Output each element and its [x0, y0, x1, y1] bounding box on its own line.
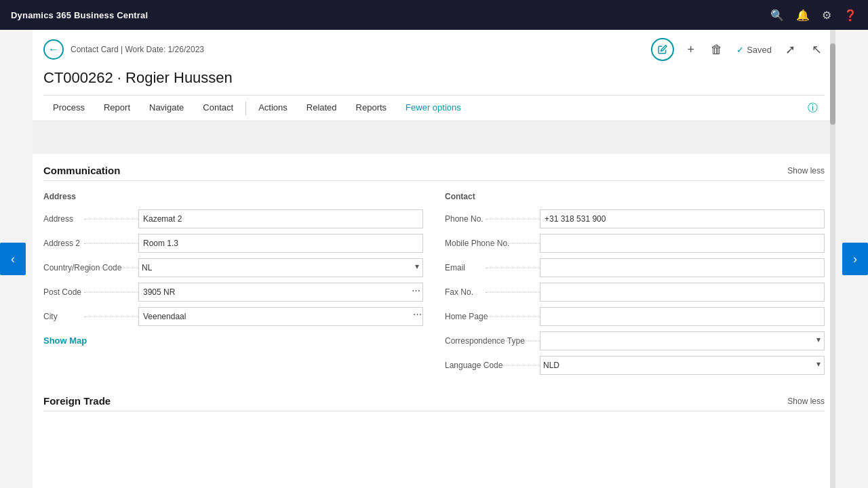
postcode-dots-button[interactable]: ⋯	[410, 285, 422, 296]
topbar: Dynamics 365 Business Central 🔍 🔔 ⚙ ❓	[0, 0, 868, 30]
address-label: Address	[43, 214, 138, 224]
foreign-trade-title: Foreign Trade	[43, 395, 111, 407]
city-dots-button[interactable]: ⋯	[413, 309, 422, 319]
correspondence-select[interactable]	[540, 331, 825, 350]
scroll-thumb[interactable]	[830, 43, 835, 125]
next-arrow[interactable]: ›	[842, 243, 868, 275]
communication-section-header: Communication Show less	[43, 165, 825, 181]
mobile-field-row: Mobile Phone No.	[445, 232, 825, 254]
address2-label: Address 2	[43, 239, 138, 248]
fax-label: Fax No.	[445, 287, 540, 297]
city-value: ⋯	[138, 307, 423, 326]
address-column: Address Address Address 2	[43, 192, 423, 379]
collapsed-section-bar	[33, 121, 835, 154]
header-actions: + 🗑 ✓ Saved ➚ ↖	[651, 38, 825, 61]
phone-input[interactable]	[540, 209, 825, 228]
city-label: City	[43, 312, 138, 321]
breadcrumb-left: ← Contact Card | Work Date: 1/26/2023	[43, 39, 204, 60]
app-title: Dynamics 365 Business Central	[11, 10, 148, 20]
check-icon: ✓	[736, 45, 744, 55]
fax-value	[540, 283, 825, 302]
tab-nav: Process Report Navigate Contact Actions …	[43, 95, 825, 121]
main-content: ← Contact Card | Work Date: 1/26/2023 + …	[33, 30, 835, 488]
tab-actions[interactable]: Actions	[249, 96, 297, 121]
add-button[interactable]: +	[685, 41, 698, 58]
address-group-title: Address	[43, 192, 423, 201]
record-title: CT000262 · Rogier Huussen	[43, 66, 825, 95]
scroll-indicator	[830, 30, 835, 488]
address2-input[interactable]	[138, 234, 423, 253]
show-less-button[interactable]: Show less	[787, 166, 825, 176]
phone-label: Phone No.	[445, 214, 540, 224]
fax-input[interactable]	[540, 283, 825, 302]
tab-report[interactable]: Report	[94, 96, 140, 121]
phone-field-row: Phone No.	[445, 208, 825, 230]
postcode-field-row: Post Code ⋯	[43, 281, 423, 303]
tab-related[interactable]: Related	[297, 96, 347, 121]
fax-field-row: Fax No.	[445, 281, 825, 303]
topbar-left: Dynamics 365 Business Central	[11, 10, 148, 20]
page-wrapper: ‹ ← Contact Card | Work Date: 1/26/2023	[0, 30, 868, 488]
phone-value	[540, 209, 825, 228]
city-input[interactable]	[138, 307, 423, 326]
prev-arrow[interactable]: ‹	[0, 243, 26, 275]
collapse-icon[interactable]: ↖	[809, 41, 825, 58]
mobile-label: Mobile Phone No.	[445, 239, 540, 248]
settings-icon[interactable]: ⚙	[822, 9, 831, 22]
address-field-row: Address	[43, 208, 423, 230]
country-select[interactable]: NL	[138, 258, 423, 277]
city-field-row: City ⋯	[43, 306, 423, 327]
topbar-icons: 🔍 🔔 ⚙ ❓	[770, 9, 857, 22]
correspondence-label: Correspondence Type	[445, 336, 540, 346]
language-select[interactable]: NLD	[540, 356, 825, 375]
breadcrumb-row: ← Contact Card | Work Date: 1/26/2023 + …	[43, 38, 825, 61]
homepage-input[interactable]	[540, 307, 825, 326]
saved-status: ✓ Saved	[736, 45, 772, 55]
mobile-input[interactable]	[540, 234, 825, 253]
content-body: Communication Show less Address Address	[33, 121, 835, 411]
mobile-value	[540, 234, 825, 253]
tab-separator	[245, 102, 246, 115]
correspondence-value	[540, 331, 825, 350]
address-input[interactable]	[138, 209, 423, 228]
email-label: Email	[445, 263, 540, 272]
help-icon[interactable]: ❓	[844, 9, 857, 22]
delete-button[interactable]: 🗑	[708, 41, 726, 58]
email-value	[540, 258, 825, 277]
tab-navigate[interactable]: Navigate	[140, 96, 193, 121]
tab-process[interactable]: Process	[43, 96, 94, 121]
country-label: Country/Region Code	[43, 263, 138, 272]
email-input[interactable]	[540, 258, 825, 277]
homepage-field-row: Home Page	[445, 306, 825, 327]
address2-value	[138, 234, 423, 253]
tab-contact[interactable]: Contact	[193, 96, 243, 121]
address-value	[138, 209, 423, 228]
postcode-label: Post Code	[43, 287, 138, 297]
tab-reports[interactable]: Reports	[347, 96, 397, 121]
back-button[interactable]: ←	[43, 39, 64, 60]
page-header: ← Contact Card | Work Date: 1/26/2023 + …	[33, 30, 835, 121]
foreign-trade-show-less[interactable]: Show less	[787, 396, 825, 406]
bell-icon[interactable]: 🔔	[796, 9, 810, 22]
breadcrumb: Contact Card | Work Date: 1/26/2023	[71, 45, 204, 54]
info-icon[interactable]: ⓘ	[801, 96, 825, 120]
tab-fewer-options[interactable]: Fewer options	[396, 96, 471, 121]
open-in-new-icon[interactable]: ➚	[783, 41, 798, 58]
language-field-row: Language Code NLD	[445, 354, 825, 376]
language-label: Language Code	[445, 361, 540, 370]
language-select-wrapper: NLD	[540, 356, 825, 375]
contact-column: Contact Phone No. Mobile Phone No.	[445, 192, 825, 379]
show-map-link[interactable]: Show Map	[43, 336, 87, 346]
communication-title: Communication	[43, 165, 120, 176]
foreign-trade-section: Foreign Trade Show less	[43, 395, 825, 411]
language-value: NLD	[540, 356, 825, 375]
homepage-label: Home Page	[445, 312, 540, 321]
contact-group-title: Contact	[445, 192, 825, 201]
postcode-input[interactable]	[138, 283, 423, 302]
fields-grid: Address Address Address 2	[43, 192, 825, 379]
edit-button[interactable]	[651, 38, 674, 61]
foreign-trade-header: Foreign Trade Show less	[43, 395, 825, 411]
country-value: NL	[138, 258, 423, 277]
search-icon[interactable]: 🔍	[770, 9, 784, 22]
postcode-value: ⋯	[138, 283, 423, 302]
